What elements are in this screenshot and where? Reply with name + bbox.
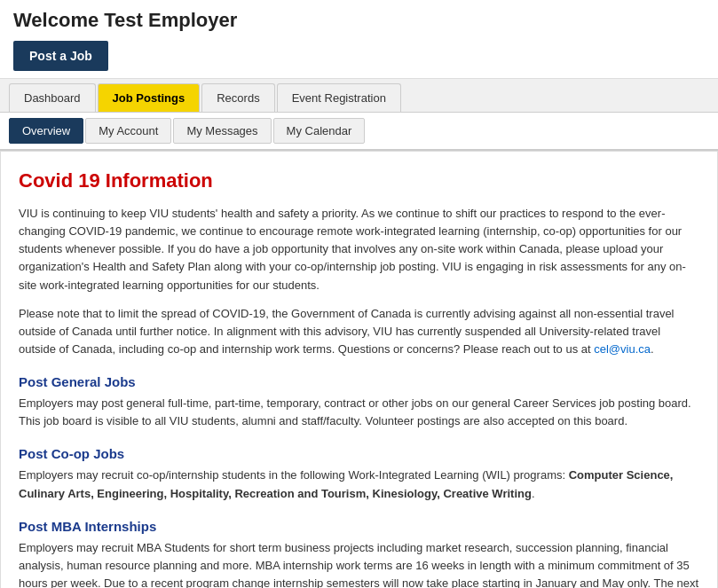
subnav-my-messages[interactable]: My Messages [173, 118, 271, 144]
tab-dashboard[interactable]: Dashboard [9, 83, 96, 112]
post-mba-internships-heading: Post MBA Internships [19, 519, 699, 534]
post-general-jobs-heading: Post General Jobs [19, 374, 699, 389]
tab-event-registration[interactable]: Event Registration [277, 83, 401, 112]
header: Welcome Test Employer Post a Job [0, 0, 718, 79]
sub-navigation: Overview My Account My Messages My Calen… [0, 113, 718, 151]
page-title: Welcome Test Employer [13, 9, 705, 32]
main-tabs: Dashboard Job Postings Records Event Reg… [0, 79, 718, 113]
subnav-my-account[interactable]: My Account [85, 118, 171, 144]
main-content: Covid 19 Information VIU is continuing t… [0, 151, 718, 588]
covid-email-link[interactable]: cel@viu.ca [594, 342, 651, 356]
tab-job-postings[interactable]: Job Postings [98, 83, 201, 112]
covid-paragraph-1: VIU is continuing to keep VIU students' … [19, 205, 699, 294]
post-mba-internships-para: Employers may recruit MBA Students for s… [19, 539, 699, 588]
subnav-overview[interactable]: Overview [9, 118, 83, 144]
post-job-button[interactable]: Post a Job [13, 41, 108, 71]
post-coop-jobs-heading: Post Co-op Jobs [19, 446, 699, 461]
subnav-my-calendar[interactable]: My Calendar [273, 118, 366, 144]
covid-title: Covid 19 Information [19, 169, 699, 192]
tab-records[interactable]: Records [201, 83, 274, 112]
post-coop-jobs-para: Employers may recruit co-op/internship s… [19, 466, 699, 502]
coop-programs-list: Computer Science, Culinary Arts, Enginee… [19, 468, 673, 499]
post-general-jobs-para: Employers may post general full-time, pa… [19, 395, 699, 430]
covid-paragraph-2: Please note that to limit the spread of … [19, 305, 699, 358]
